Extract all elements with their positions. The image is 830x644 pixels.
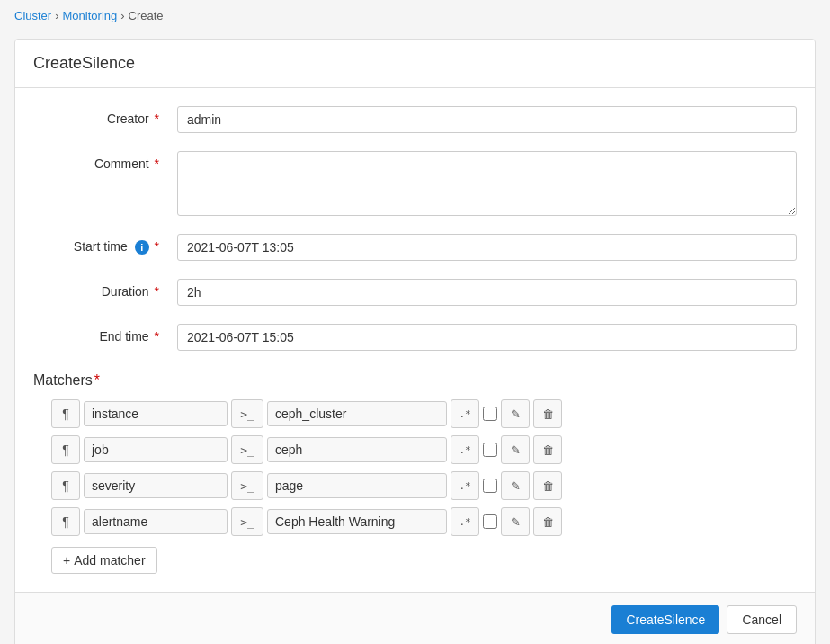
matcher-edit-button-3[interactable]: ✎ <box>501 507 530 536</box>
matchers-content: ¶ >_ .* ✎ 🗑 ¶ >_ .* ✎ 🗑 ¶ >_ .* ✎ 🗑 ¶ >_… <box>33 399 797 574</box>
end-time-input[interactable] <box>177 324 797 351</box>
matcher-row: ¶ >_ .* ✎ 🗑 <box>51 399 797 428</box>
matcher-row: ¶ >_ .* ✎ 🗑 <box>51 471 797 500</box>
start-time-required: * <box>155 239 159 254</box>
duration-input[interactable] <box>177 279 797 306</box>
matcher-checkbox-1[interactable] <box>483 443 497 457</box>
end-time-label: End time * <box>33 324 177 344</box>
matcher-op-button-1[interactable]: >_ <box>231 435 263 464</box>
page-container: CreateSilence Creator * Comment * Start … <box>0 31 830 644</box>
comment-label: Comment * <box>33 151 177 171</box>
matcher-op-button-3[interactable]: >_ <box>231 507 263 536</box>
creator-input[interactable] <box>177 106 797 133</box>
breadcrumb-cluster[interactable]: Cluster <box>14 9 51 22</box>
create-silence-button[interactable]: CreateSilence <box>611 605 719 634</box>
matcher-delete-button-1[interactable]: 🗑 <box>533 435 562 464</box>
matcher-edit-button-2[interactable]: ✎ <box>501 471 530 500</box>
matcher-delete-button-3[interactable]: 🗑 <box>533 507 562 536</box>
duration-required: * <box>151 284 159 299</box>
add-matcher-button[interactable]: + Add matcher <box>51 547 157 574</box>
creator-required: * <box>151 112 159 126</box>
duration-label: Duration * <box>33 279 177 299</box>
breadcrumb-monitoring[interactable]: Monitoring <box>63 9 118 22</box>
add-matcher-plus-icon: + <box>63 553 70 568</box>
matcher-edit-button-1[interactable]: ✎ <box>501 435 530 464</box>
matcher-regex-button-2[interactable]: .* <box>451 471 479 500</box>
matchers-section: Matchers* ¶ >_ .* ✎ 🗑 ¶ >_ .* ✎ 🗑 ¶ >_ .… <box>33 369 797 574</box>
creator-label: Creator * <box>33 106 177 126</box>
start-time-info-icon[interactable]: i <box>135 240 149 255</box>
cancel-button[interactable]: Cancel <box>727 605 797 634</box>
matcher-op-button-0[interactable]: >_ <box>231 399 263 428</box>
matcher-name-input-2[interactable] <box>84 473 228 498</box>
matcher-value-input-2[interactable] <box>267 473 447 498</box>
create-silence-card: CreateSilence Creator * Comment * Start … <box>14 39 816 644</box>
matcher-value-input-1[interactable] <box>267 437 447 462</box>
start-time-input[interactable] <box>177 234 797 261</box>
add-matcher-label: Add matcher <box>74 553 145 568</box>
matcher-paragraph-icon-2[interactable]: ¶ <box>51 471 80 500</box>
comment-row: Comment * <box>33 151 797 216</box>
comment-required: * <box>151 157 159 171</box>
matcher-checkbox-3[interactable] <box>483 514 497 529</box>
end-time-row: End time * <box>33 324 797 351</box>
matcher-name-input-1[interactable] <box>84 437 228 462</box>
matcher-row: ¶ >_ .* ✎ 🗑 <box>51 435 797 464</box>
matcher-paragraph-icon-0[interactable]: ¶ <box>51 399 80 428</box>
matchers-label: Matchers* <box>33 369 797 399</box>
card-body: Creator * Comment * Start time i * <box>15 88 815 592</box>
matcher-regex-button-1[interactable]: .* <box>451 435 479 464</box>
matcher-row: ¶ >_ .* ✎ 🗑 <box>51 507 797 536</box>
matcher-edit-button-0[interactable]: ✎ <box>501 399 530 428</box>
matcher-checkbox-0[interactable] <box>483 407 497 421</box>
matcher-value-input-3[interactable] <box>267 509 447 534</box>
matcher-regex-button-0[interactable]: .* <box>451 399 479 428</box>
creator-row: Creator * <box>33 106 797 133</box>
end-time-required: * <box>151 329 159 344</box>
matcher-name-input-3[interactable] <box>84 509 228 534</box>
matcher-paragraph-icon-3[interactable]: ¶ <box>51 507 80 536</box>
matcher-checkbox-2[interactable] <box>483 479 497 493</box>
start-time-row: Start time i * <box>33 234 797 261</box>
start-time-label: Start time i * <box>33 234 177 255</box>
duration-row: Duration * <box>33 279 797 306</box>
matcher-name-input-0[interactable] <box>84 401 228 426</box>
card-footer: CreateSilence Cancel <box>15 592 815 644</box>
breadcrumb: Cluster › Monitoring › Create <box>0 0 830 31</box>
matcher-op-button-2[interactable]: >_ <box>231 471 263 500</box>
matchers-required: * <box>94 372 100 388</box>
matcher-delete-button-0[interactable]: 🗑 <box>533 399 562 428</box>
matcher-delete-button-2[interactable]: 🗑 <box>533 471 562 500</box>
matcher-value-input-0[interactable] <box>267 401 447 426</box>
matcher-regex-button-3[interactable]: .* <box>451 507 479 536</box>
matcher-paragraph-icon-1[interactable]: ¶ <box>51 435 80 464</box>
card-title: CreateSilence <box>15 40 815 88</box>
breadcrumb-create: Create <box>129 9 164 22</box>
comment-input[interactable] <box>177 151 797 216</box>
